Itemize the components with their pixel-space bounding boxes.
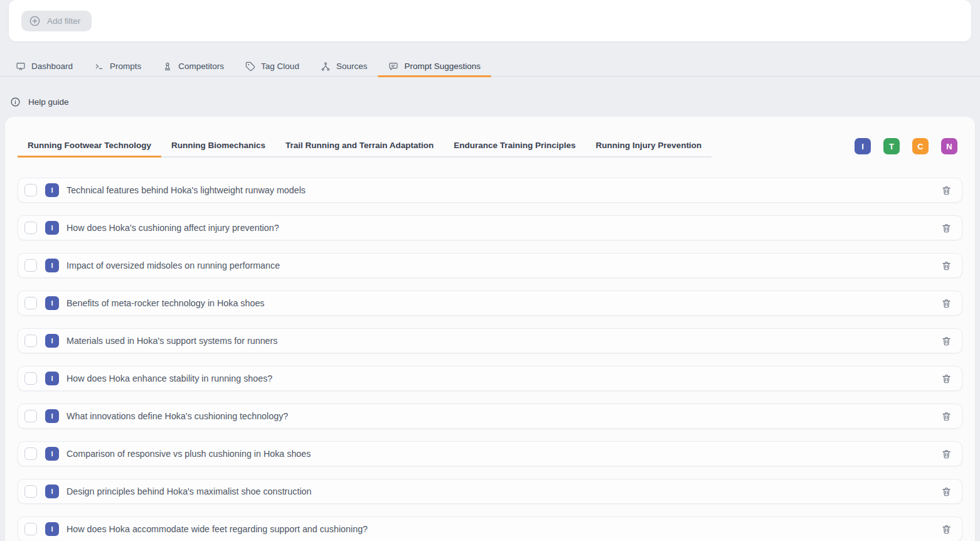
row-type-badge: I [45, 447, 59, 461]
prompt-row: I How does Hoka enhance stability in run… [18, 366, 962, 391]
trash-icon [941, 411, 952, 422]
legend: I T C N [855, 138, 957, 154]
filter-bar: Add filter [9, 0, 971, 41]
panel-header: Running Footwear Technology Running Biom… [18, 138, 962, 158]
prompt-text: Materials used in Hoka's support systems… [67, 336, 941, 346]
row-type-badge: I [45, 259, 59, 272]
prompt-row: I What innovations define Hoka's cushion… [18, 404, 962, 429]
row-checkbox[interactable] [24, 523, 37, 535]
add-filter-button[interactable]: Add filter [21, 11, 92, 31]
row-type-badge: I [45, 221, 59, 235]
prompt-row: I Design principles behind Hoka's maxima… [18, 479, 962, 504]
delete-button[interactable] [941, 336, 952, 346]
delete-button[interactable] [941, 524, 952, 535]
legend-badge-t[interactable]: T [883, 138, 900, 154]
prompt-text: Benefits of meta-rocker technology in Ho… [67, 298, 941, 308]
main-tab-tag-cloud[interactable]: Tag Cloud [235, 56, 310, 76]
main-tab-label: Prompts [110, 62, 141, 71]
delete-button[interactable] [941, 260, 952, 271]
delete-button[interactable] [941, 411, 952, 422]
prompt-text: How does Hoka's cushioning affect injury… [67, 223, 941, 233]
trash-icon [941, 373, 952, 384]
delete-button[interactable] [941, 185, 952, 196]
prompt-text: How does Hoka enhance stability in runni… [67, 373, 941, 383]
category-tab-bar: Running Footwear Technology Running Biom… [18, 138, 711, 158]
row-type-badge: I [45, 296, 59, 310]
help-guide-label: Help guide [28, 97, 69, 107]
delete-button[interactable] [941, 373, 952, 384]
category-tab-running-footwear-technology[interactable]: Running Footwear Technology [18, 138, 161, 158]
category-tab-running-biomechanics[interactable]: Running Biomechanics [161, 138, 275, 158]
plus-circle-icon [29, 15, 41, 27]
competitor-icon [162, 62, 173, 72]
sources-icon [321, 62, 331, 72]
main-tab-label: Prompt Suggestions [404, 62, 481, 71]
prompt-list: I Technical features behind Hoka's light… [18, 178, 962, 541]
row-type-badge: I [45, 409, 59, 423]
prompt-text: Design principles behind Hoka's maximali… [67, 486, 941, 496]
delete-button[interactable] [941, 449, 952, 459]
prompt-row: I Materials used in Hoka's support syste… [18, 328, 962, 353]
row-type-badge: I [45, 485, 59, 498]
main-tab-label: Dashboard [31, 62, 73, 71]
main-tab-label: Tag Cloud [261, 62, 299, 71]
trash-icon [941, 336, 952, 346]
delete-button[interactable] [941, 298, 952, 309]
main-tab-prompt-suggestions[interactable]: Prompt Suggestions [378, 56, 491, 76]
row-checkbox[interactable] [24, 372, 37, 385]
delete-button[interactable] [941, 486, 952, 497]
category-tab-trail-running-and-terrain-adaptation[interactable]: Trail Running and Terrain Adaptation [275, 138, 444, 158]
row-checkbox[interactable] [24, 335, 37, 347]
row-checkbox[interactable] [24, 485, 37, 498]
row-checkbox[interactable] [24, 297, 37, 309]
prompt-text: How does Hoka accommodate wide feet rega… [67, 524, 941, 534]
prompt-text: Technical features behind Hoka's lightwe… [67, 185, 941, 195]
main-tab-sources[interactable]: Sources [310, 56, 378, 76]
dashboard-icon [16, 62, 26, 72]
prompt-row: I Technical features behind Hoka's light… [18, 178, 962, 203]
delete-button[interactable] [941, 223, 952, 233]
row-checkbox[interactable] [24, 222, 37, 234]
main-tab-dashboard[interactable]: Dashboard [5, 56, 83, 76]
main-tab-label: Competitors [178, 62, 224, 71]
category-tab-endurance-training-principles[interactable]: Endurance Training Principles [444, 138, 585, 158]
prompt-row: I How does Hoka's cushioning affect inju… [18, 215, 962, 240]
row-checkbox[interactable] [24, 184, 37, 196]
main-tab-competitors[interactable]: Competitors [152, 56, 235, 76]
prompt-row: I Impact of oversized midsoles on runnin… [18, 253, 962, 278]
row-checkbox[interactable] [24, 259, 37, 272]
trash-icon [941, 185, 952, 196]
row-checkbox[interactable] [24, 447, 37, 460]
legend-badge-i[interactable]: I [855, 138, 871, 154]
trash-icon [941, 524, 952, 535]
trash-icon [941, 223, 952, 233]
prompt-text: Comparison of responsive vs plush cushio… [67, 449, 941, 459]
category-tab-running-injury-prevention[interactable]: Running Injury Prevention [586, 138, 712, 158]
content-panel: Running Footwear Technology Running Biom… [5, 117, 975, 541]
legend-badge-n[interactable]: N [941, 138, 957, 154]
row-type-badge: I [45, 183, 59, 197]
main-tab-label: Sources [336, 62, 368, 71]
prompt-text: Impact of oversized midsoles on running … [67, 260, 941, 270]
main-tab-bar: Dashboard Prompts Competitors Tag Cloud … [0, 56, 980, 77]
prompt-row: I How does Hoka accommodate wide feet re… [18, 517, 962, 541]
prompt-row: I Benefits of meta-rocker technology in … [18, 291, 962, 316]
trash-icon [941, 298, 952, 309]
row-type-badge: I [45, 334, 59, 348]
tag-icon [245, 62, 255, 72]
trash-icon [941, 486, 952, 497]
prompt-text: What innovations define Hoka's cushionin… [67, 411, 941, 421]
trash-icon [941, 449, 952, 459]
prompt-row: I Comparison of responsive vs plush cush… [18, 441, 962, 466]
add-filter-label: Add filter [47, 16, 80, 26]
terminal-icon [94, 62, 104, 72]
row-checkbox[interactable] [24, 410, 37, 422]
info-icon [10, 97, 21, 107]
prompt-suggestions-icon [388, 62, 398, 72]
row-type-badge: I [45, 522, 59, 536]
help-guide-link[interactable]: Help guide [10, 94, 69, 110]
main-tab-prompts[interactable]: Prompts [83, 56, 152, 76]
row-type-badge: I [45, 372, 59, 385]
trash-icon [941, 260, 952, 271]
legend-badge-c[interactable]: C [912, 138, 929, 154]
